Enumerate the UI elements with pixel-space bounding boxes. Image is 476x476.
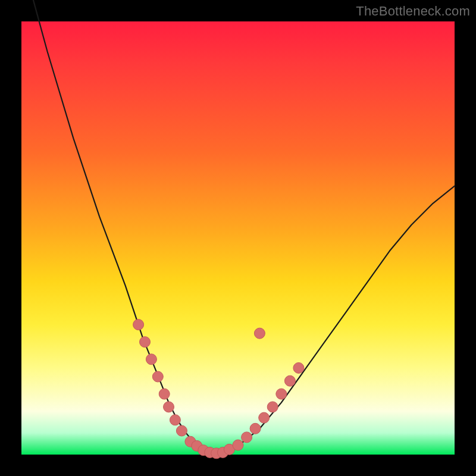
watermark-text: TheBottleneck.com [356,4,470,19]
curve-marker [159,389,170,399]
curve-marker [284,375,295,386]
curve-marker [146,354,156,365]
curve-marker [267,402,278,412]
curve-marker [133,320,144,330]
curve-marker [170,415,180,425]
plot-area [21,21,455,455]
chart-frame: TheBottleneck.com [0,0,476,476]
curve-marker [140,337,151,347]
curve-markers [133,320,304,459]
curve-marker [176,425,187,436]
curve-marker [254,328,265,339]
curve-marker [276,389,287,399]
curve-marker [233,440,243,450]
chart-svg [21,21,455,455]
curve-marker [293,362,304,373]
bottleneck-curve [21,0,455,453]
curve-marker [164,402,174,412]
curve-marker [250,423,261,434]
curve-marker [242,432,252,443]
curve-marker [152,371,163,382]
curve-marker [259,412,270,423]
